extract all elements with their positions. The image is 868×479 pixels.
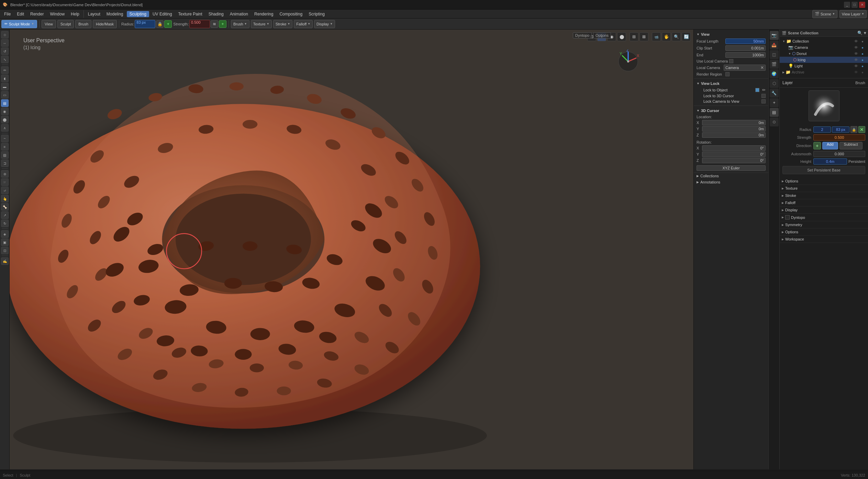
tool-clay[interactable]: ◖	[1, 75, 9, 82]
rot-x-value[interactable]: 0°	[702, 145, 766, 151]
strength-pressure-btn[interactable]: ≋	[211, 20, 218, 28]
viewport-3d[interactable]: User Perspective (1) Icing ⊡ ● ◉ ⬤ ⊞ ⊠ 📹…	[10, 30, 693, 469]
brush-type-btn[interactable]: Brush ▼	[231, 20, 249, 28]
tool-move[interactable]: ↔	[1, 39, 9, 47]
tab-compositing[interactable]: Compositing	[277, 11, 305, 17]
nav-btn[interactable]: 🖐	[662, 32, 671, 41]
lock-to-3d-cursor-checkbox[interactable]	[761, 94, 766, 98]
icing-render[interactable]: ●	[860, 58, 865, 62]
donut-item[interactable]: ▼ ⬡ Donut 👁 ●	[780, 51, 868, 57]
render-mode-btn[interactable]: ⬤	[617, 32, 626, 41]
menu-edit[interactable]: Edit	[14, 11, 27, 17]
icing-visibility[interactable]: 👁	[853, 58, 859, 62]
tool-flatten[interactable]: ≡	[1, 143, 9, 151]
scene-filter-icon[interactable]: ▾	[864, 31, 866, 35]
cursor-x-value[interactable]: 0m	[702, 120, 766, 125]
brush-strength-value[interactable]: 0.500	[813, 134, 865, 141]
clip-end-value[interactable]: 1000m	[725, 52, 766, 58]
camera-clear-btn[interactable]: ✕	[760, 65, 764, 70]
scene-collection-item[interactable]: ▼ 📁 Collection 👁 ●	[780, 38, 868, 44]
tab-shading[interactable]: Shading	[206, 11, 226, 17]
falloff-btn[interactable]: Falloff ▼	[294, 20, 313, 28]
tool-clay-strips[interactable]: ▬	[1, 83, 9, 90]
collection-visibility[interactable]: 👁	[853, 39, 859, 43]
lock-pencil-icon[interactable]: ✏	[762, 88, 766, 92]
close-btn[interactable]: ✕	[859, 2, 865, 8]
mode-selector[interactable]: ✏ Sculpt Mode ▼	[1, 20, 37, 28]
tool-nudge[interactable]: ↗	[1, 211, 9, 219]
tool-clay-thumb[interactable]: ▭	[1, 91, 9, 99]
options-section[interactable]: ▶ Options	[780, 178, 868, 185]
overlay-btn[interactable]: ⊞	[630, 32, 638, 41]
material-tab[interactable]: ⊙	[770, 118, 779, 126]
set-persistent-base-btn[interactable]: Set Persistent Base	[782, 166, 865, 174]
symmetry-section[interactable]: ▶ Symmetry	[780, 221, 868, 229]
world-tab[interactable]: 🌍	[770, 69, 779, 78]
zoom-nav-btn[interactable]: 🔍	[672, 32, 681, 41]
cursor-y-value[interactable]: 0m	[702, 126, 766, 132]
brush-menu-btn[interactable]: Brush	[75, 20, 91, 28]
texture-section[interactable]: ▶ Texture	[780, 185, 868, 192]
lock-to-object-checkbox[interactable]	[755, 88, 759, 92]
scene-selector[interactable]: 🎬 Scene ▼	[812, 10, 837, 18]
tool-select[interactable]: ⊹	[1, 31, 9, 38]
tool-border-mask[interactable]: ▣	[1, 238, 9, 246]
output-props-tab[interactable]: 📤	[770, 41, 779, 49]
tool-grab[interactable]: ☞	[1, 178, 9, 186]
camera-selector[interactable]: Camera ✕	[724, 65, 766, 71]
camera-item[interactable]: 📷 Camera 👁 ●	[780, 44, 868, 51]
menu-render[interactable]: Render	[27, 11, 46, 17]
brush-radius-slider[interactable]: 2	[813, 126, 831, 133]
lock-camera-checkbox[interactable]	[761, 99, 766, 103]
tool-scale[interactable]: ⤡	[1, 56, 9, 63]
display-section[interactable]: ▶ Display	[780, 207, 868, 214]
cursor-z-value[interactable]: 0m	[702, 132, 766, 138]
tool-blob[interactable]: ⬤	[1, 116, 9, 123]
render-region-checkbox[interactable]	[725, 72, 730, 76]
tab-layout[interactable]: Layout	[85, 11, 103, 17]
add-direction-btn[interactable]: Add	[822, 142, 838, 149]
rot-z-value[interactable]: 0°	[702, 158, 766, 163]
hide-mask-btn[interactable]: Hide/Mask	[93, 20, 117, 28]
camera-render[interactable]: ●	[860, 46, 865, 49]
options-btn[interactable]: Options	[593, 32, 611, 38]
collections-row[interactable]: ▶ Collections	[694, 173, 768, 179]
workspace-section[interactable]: ▶ Workspace	[780, 236, 868, 243]
rot-y-value[interactable]: 0°	[702, 152, 766, 157]
use-local-camera-checkbox[interactable]	[729, 59, 733, 63]
tool-mask[interactable]: ◈	[1, 230, 9, 238]
donut-render[interactable]: ●	[860, 52, 865, 56]
view-lock-header[interactable]: ▼ View Lock	[694, 80, 768, 87]
brush-thumbnail[interactable]	[809, 90, 839, 121]
dyntopo-btn[interactable]: Dyntopo	[573, 32, 592, 38]
tool-crease[interactable]: ∧	[1, 124, 9, 132]
annotations-row[interactable]: ▶ Annotations	[694, 179, 768, 185]
menu-window[interactable]: Window	[47, 11, 67, 17]
display-btn[interactable]: Display ▼	[314, 20, 335, 28]
direction-plus-icon[interactable]: +	[813, 142, 821, 149]
light-item[interactable]: 💡 Light 👁 ●	[780, 63, 868, 69]
radius-input[interactable]: 83 px	[135, 20, 155, 28]
minimize-btn[interactable]: _	[844, 2, 850, 8]
dyntopo-checkbox[interactable]	[785, 215, 790, 220]
data-tab[interactable]: ▤	[770, 108, 779, 117]
tool-fill[interactable]: ▧	[1, 151, 9, 159]
rotate-nav-btn[interactable]: 🔄	[682, 32, 691, 41]
tool-inflate[interactable]: ◉	[1, 108, 9, 115]
xray-btn[interactable]: ⊠	[639, 32, 648, 41]
tool-smooth[interactable]: ~	[1, 135, 9, 142]
autosmooth-value[interactable]: 0.000	[813, 151, 865, 157]
subtract-direction-btn[interactable]: Subtract	[839, 142, 863, 149]
dyntopo-section[interactable]: ▶ Dyntopo	[780, 214, 868, 221]
focal-length-value[interactable]: 50mm	[725, 38, 766, 44]
brush-radius-px[interactable]: 83 px	[832, 126, 849, 133]
view-section-header[interactable]: ▼ View	[694, 31, 768, 38]
tool-annotate[interactable]: ✍	[1, 257, 9, 265]
tab-uv-editing[interactable]: UV Editing	[150, 11, 175, 17]
cursor-header[interactable]: ▼ 3D Cursor	[694, 107, 768, 114]
tool-lasso-mask[interactable]: ⊡	[1, 247, 9, 254]
tool-layer[interactable]: ▤	[1, 99, 9, 107]
tool-draw[interactable]: ✏	[1, 66, 9, 74]
camera-visibility[interactable]: 👁	[853, 45, 859, 49]
tab-animation[interactable]: Animation	[227, 11, 251, 17]
